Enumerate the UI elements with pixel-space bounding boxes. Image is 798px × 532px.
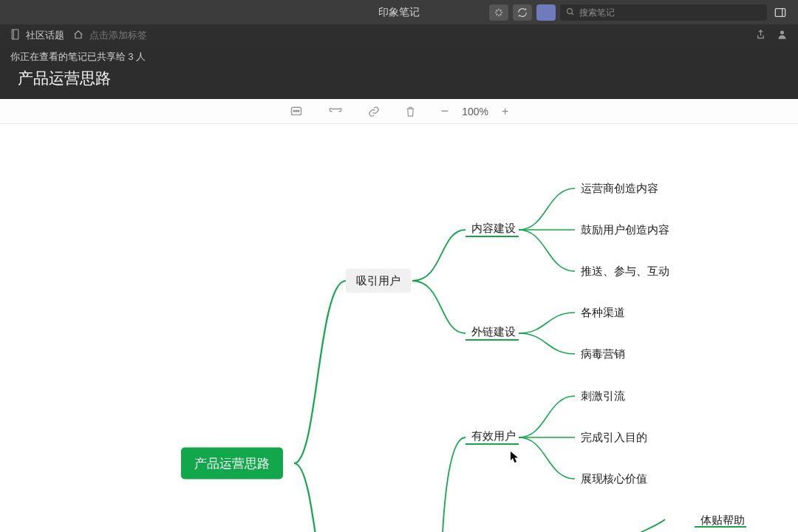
- home-icon: [73, 30, 83, 41]
- person-icon: [777, 29, 788, 40]
- mindmap-node-ext-link[interactable]: 外链建设: [471, 325, 516, 339]
- mindmap-node-attract-users[interactable]: 吸引用户: [346, 269, 411, 293]
- zoom-in-button[interactable]: +: [502, 105, 508, 118]
- mindmap-node-viral[interactable]: 病毒营销: [581, 347, 625, 361]
- note-title[interactable]: 产品运营思路: [18, 68, 785, 89]
- mindmap-node-effective-user[interactable]: 有效用户: [471, 429, 516, 443]
- mindmap-node-encourage-ugc[interactable]: 鼓励用户创造内容: [581, 223, 669, 237]
- sidebar-toggle-button[interactable]: [771, 4, 789, 21]
- notebook-icon: [10, 29, 20, 42]
- palette-icon: [290, 106, 303, 117]
- mindmap-node-stimulate[interactable]: 刺激引流: [581, 389, 625, 403]
- svg-rect-4: [12, 30, 18, 39]
- svg-point-6: [780, 31, 784, 35]
- zoom-level: 100%: [462, 106, 488, 117]
- mindmap-node-push-interact[interactable]: 推送、参与、互动: [581, 265, 669, 279]
- svg-line-1: [572, 13, 574, 15]
- mindmap-node-content-build[interactable]: 内容建设: [471, 222, 516, 236]
- share-button[interactable]: [755, 29, 766, 42]
- mindmap-root-node[interactable]: 产品运营思路: [181, 448, 283, 480]
- add-tags-hint[interactable]: 点击添加标签: [89, 29, 147, 42]
- mindmap-node-channels[interactable]: 各种渠道: [581, 306, 625, 320]
- svg-point-0: [567, 8, 573, 13]
- mindmap-node-complete-goal[interactable]: 完成引入目的: [581, 431, 647, 445]
- search-box[interactable]: [560, 4, 767, 21]
- breadcrumb-notebook[interactable]: 社区话题: [26, 29, 64, 42]
- svg-rect-2: [775, 8, 785, 16]
- tool-link[interactable]: [328, 99, 343, 123]
- tool-node-style[interactable]: [290, 99, 303, 123]
- cursor-icon: [511, 451, 519, 463]
- sparkle-icon: [494, 7, 504, 18]
- mindmap-node-core-value[interactable]: 展现核心价值: [581, 472, 647, 486]
- shared-status: 你正在查看的笔记已共享给 3 人: [10, 51, 785, 64]
- tool-delete[interactable]: [405, 99, 416, 123]
- collaborators-button[interactable]: [777, 29, 788, 42]
- tool-attachment[interactable]: [368, 99, 380, 123]
- svg-point-9: [296, 110, 297, 112]
- view-mode-button[interactable]: [536, 4, 556, 21]
- search-input[interactable]: [579, 7, 761, 18]
- link-icon: [368, 106, 380, 117]
- mindmap-node-op-create[interactable]: 运营商创造内容: [581, 182, 658, 196]
- sync-icon: [517, 7, 528, 18]
- share-icon: [755, 29, 766, 40]
- zoom-out-button[interactable]: −: [441, 103, 449, 119]
- svg-point-10: [298, 110, 299, 112]
- svg-point-8: [293, 110, 295, 112]
- search-icon: [566, 6, 575, 19]
- infinity-icon: [328, 107, 343, 116]
- mindmap-node-help[interactable]: 体贴帮助: [700, 514, 745, 528]
- mindmap-connectors: [0, 124, 798, 532]
- panel-icon: [774, 7, 786, 18]
- trash-icon: [405, 106, 416, 117]
- sync-button[interactable]: [513, 4, 532, 21]
- ai-button[interactable]: [489, 4, 508, 21]
